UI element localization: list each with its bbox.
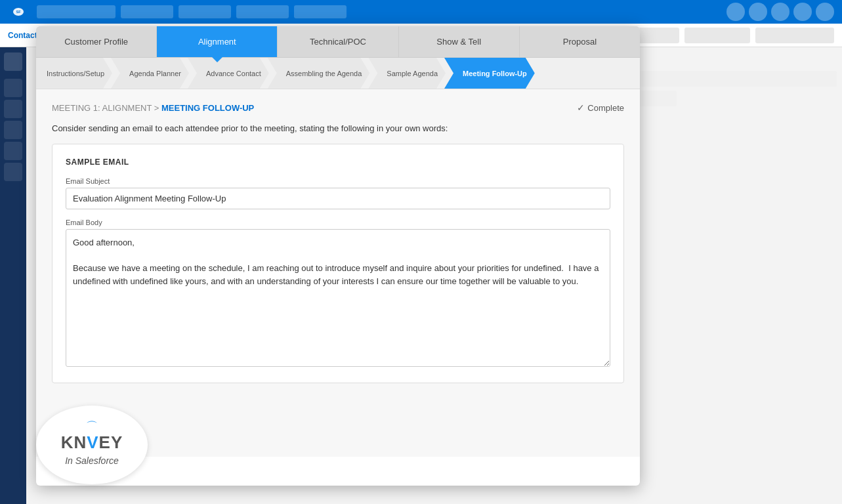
step-instructions-setup[interactable]: Instructions/Setup [36,58,112,89]
sample-email-container: SAMPLE EMAIL Email Subject Email Body Go… [52,144,624,383]
sample-email-title: SAMPLE EMAIL [66,158,610,167]
tab-proposal[interactable]: Proposal [520,26,640,57]
sf-sidebar [0,47,26,504]
sf-logo-icon: SF [8,1,29,22]
step-sample-agenda[interactable]: Sample Agenda [368,58,446,89]
tab-customer-profile[interactable]: Customer Profile [36,26,157,57]
logo-overlay: ⌒ KNVEY In Salesforce [36,406,148,484]
step-agenda-planner[interactable]: Agenda Planner [111,58,189,89]
svg-text:SF: SF [16,10,21,14]
body-label: Email Body [66,219,610,226]
logo-knvey: KNVEY [61,432,123,453]
complete-label: Complete [587,103,624,113]
meeting-title: MEETING 1: ALIGNMENT > MEETING FOLLOW-UP [52,103,254,113]
tab-show-tell[interactable]: Show & Tell [399,26,520,57]
tab-bar: Customer Profile Alignment Technical/POC… [36,26,640,58]
meeting-header: MEETING 1: ALIGNMENT > MEETING FOLLOW-UP… [52,102,624,113]
meeting-current: MEETING FOLLOW-UP [161,103,254,113]
email-subject-input[interactable] [66,188,610,209]
step-meeting-followup[interactable]: Meeting Follow-Up [444,58,535,89]
steps-bar: Instructions/Setup Agenda Planner Advanc… [36,58,640,89]
tab-alignment[interactable]: Alignment [157,26,278,57]
logo-arc-icon: ⌒ [86,424,98,430]
subject-label: Email Subject [66,177,610,185]
tab-technical-poc[interactable]: Technical/POC [278,26,398,57]
logo-v: V [87,432,98,452]
email-body-textarea[interactable]: Good afternoon, Because we have a meetin… [66,229,610,367]
complete-check-icon: ✓ [577,102,585,113]
instructions-text: Consider sending an email to each attend… [52,123,624,133]
logo-subtitle: In Salesforce [65,455,119,466]
sf-topbar: SF [0,0,842,24]
logo-kn: KN [61,432,87,452]
step-assembling-agenda[interactable]: Assembling the Agenda [268,58,370,89]
step-advance-contact[interactable]: Advance Contact [188,58,269,89]
logo-ey: EY [99,432,123,452]
complete-button[interactable]: ✓ Complete [577,102,624,113]
main-content: MEETING 1: ALIGNMENT > MEETING FOLLOW-UP… [36,89,640,457]
meeting-prefix: MEETING 1: ALIGNMENT > [52,103,161,113]
